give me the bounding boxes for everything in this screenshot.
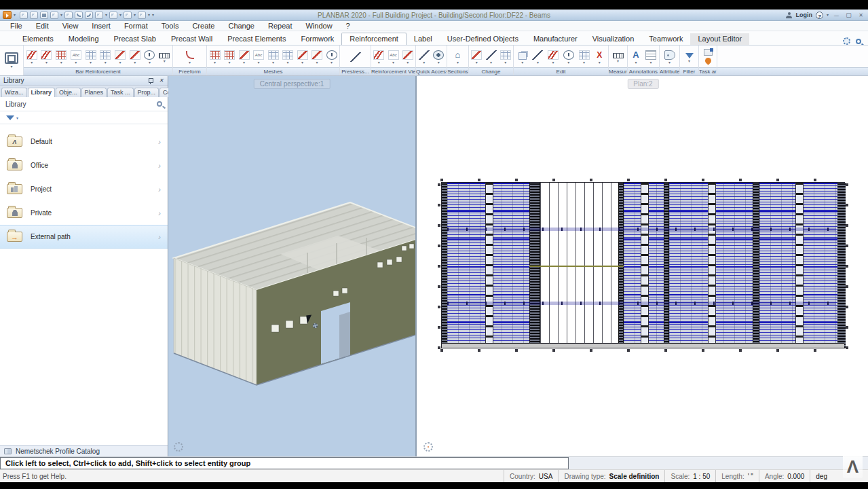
layout-caret-icon[interactable]: ▾ xyxy=(134,12,136,18)
tab-precast-elements[interactable]: Precast Elements xyxy=(220,33,293,45)
tab-planes[interactable]: Planes xyxy=(81,88,107,97)
tools-icon[interactable] xyxy=(138,12,146,19)
minimize-button[interactable] xyxy=(832,10,841,20)
move-icon[interactable] xyxy=(531,50,544,65)
tab-label[interactable]: Label xyxy=(407,33,440,45)
project-structure-icon[interactable] xyxy=(30,12,38,19)
menu-create[interactable]: Create xyxy=(185,22,221,30)
library-item-external-path[interactable]: External path xyxy=(0,225,168,249)
group-label[interactable]: Sections xyxy=(447,67,468,75)
create-section-icon[interactable] xyxy=(451,50,465,65)
mesh-place-icon[interactable] xyxy=(208,50,222,65)
menu-change[interactable]: Change xyxy=(221,22,261,30)
library-search-icon[interactable] xyxy=(157,101,162,107)
refresh-icon[interactable] xyxy=(95,12,103,19)
group-label[interactable]: Prestress... xyxy=(340,67,371,75)
app-menu-caret-icon[interactable]: ▾ xyxy=(14,12,16,18)
render-caret-icon[interactable]: ▾ xyxy=(119,12,121,18)
mesh-edit-icon[interactable] xyxy=(296,50,309,65)
menu-tools[interactable]: Tools xyxy=(155,22,186,30)
reinf-associative-icon[interactable] xyxy=(401,50,415,65)
group-label[interactable]: Bar Reinforcement xyxy=(24,67,172,75)
library-item-project[interactable]: Project xyxy=(0,177,168,201)
help-icon[interactable] xyxy=(816,12,823,19)
match-properties-icon[interactable] xyxy=(485,50,498,65)
viewport-plan[interactable]: Plan:2 xyxy=(418,76,868,456)
tab-modeling[interactable]: Modeling xyxy=(61,33,107,45)
tab-reinforcement[interactable]: Reinforcement xyxy=(341,33,407,45)
freeform-bar-icon[interactable] xyxy=(183,50,197,65)
group-label[interactable]: Reinforcement Views xyxy=(371,67,415,75)
mesh-modify-icon[interactable] xyxy=(310,50,324,65)
open-project-icon[interactable] xyxy=(20,12,28,19)
floor-plan-drawing[interactable] xyxy=(441,182,845,348)
draw-line-icon[interactable] xyxy=(417,50,431,65)
tab-library[interactable]: Library xyxy=(28,88,56,97)
redo-icon[interactable] xyxy=(85,12,93,19)
reinf-section-icon[interactable] xyxy=(387,50,400,65)
group-label[interactable]: Change xyxy=(469,67,513,75)
rotate-icon[interactable] xyxy=(562,50,575,65)
menu-window[interactable]: Window xyxy=(299,22,339,30)
tab-task[interactable]: Task ... xyxy=(107,88,134,97)
tab-wizard[interactable]: Wiza... xyxy=(1,88,27,97)
chevron-right-icon[interactable] xyxy=(158,209,161,217)
filter-funnel-icon[interactable] xyxy=(683,52,696,63)
chevron-right-icon[interactable] xyxy=(158,233,161,241)
menu-edit[interactable]: Edit xyxy=(29,22,56,30)
building-3d-view[interactable] xyxy=(168,76,417,456)
reinf-view-icon[interactable] xyxy=(372,50,385,65)
measure-icon[interactable] xyxy=(611,51,625,63)
navigation-wheel-icon[interactable] xyxy=(423,442,433,452)
derive-elements-button[interactable]: ▾ xyxy=(0,46,24,75)
group-label[interactable]: Edit xyxy=(514,67,608,75)
copy-icon[interactable] xyxy=(516,50,529,65)
pan-zoom-icon[interactable] xyxy=(64,12,73,19)
chevron-right-icon[interactable] xyxy=(158,138,161,146)
mesh-cut-icon[interactable] xyxy=(238,50,251,65)
mesh-list-icon[interactable] xyxy=(281,50,295,65)
tab-precast-wall[interactable]: Precast Wall xyxy=(164,33,220,45)
angle-field[interactable]: Angle: 0.000 xyxy=(759,470,810,482)
library-item-office[interactable]: Office xyxy=(0,153,168,177)
rebar-divide-icon[interactable] xyxy=(128,50,142,65)
text-icon[interactable] xyxy=(629,50,643,65)
settings-gear-icon[interactable] xyxy=(843,37,850,45)
group-label[interactable]: Attributes xyxy=(660,67,679,75)
task-flag-icon[interactable] xyxy=(701,57,715,65)
prestress-strand-icon[interactable] xyxy=(349,52,362,62)
close-button[interactable] xyxy=(856,10,865,20)
chevron-right-icon[interactable] xyxy=(158,162,161,170)
mesh-status-icon[interactable] xyxy=(325,50,339,65)
rebar-status-icon[interactable] xyxy=(143,50,156,65)
refresh-caret-icon[interactable]: ▾ xyxy=(105,12,107,18)
library-footer[interactable]: Nemetschek Profile Catalog xyxy=(0,445,168,456)
length-field[interactable]: Length: ' " xyxy=(715,470,759,482)
help-caret-icon[interactable]: ▾ xyxy=(827,12,829,18)
rebar-label-icon[interactable] xyxy=(69,50,83,65)
tab-teamwork[interactable]: Teamwork xyxy=(641,33,690,45)
viewport-perspective[interactable]: Central perspective:1 xyxy=(168,76,417,456)
login-button[interactable]: Login xyxy=(795,12,812,18)
tab-elements[interactable]: Elements xyxy=(15,33,61,45)
filter-funnel-icon[interactable] xyxy=(6,115,14,120)
render-view-icon[interactable] xyxy=(109,12,117,19)
rebar-place-icon[interactable] xyxy=(25,50,39,65)
country-field[interactable]: Country: USA xyxy=(504,470,558,482)
mesh-schema-icon[interactable] xyxy=(267,50,280,65)
group-label[interactable]: Freeform xyxy=(173,67,206,75)
library-item-private[interactable]: Private xyxy=(0,201,168,225)
rebar-edit-icon[interactable] xyxy=(113,50,127,65)
menu-repeat[interactable]: Repeat xyxy=(261,22,299,30)
edit-caret-icon[interactable]: ▾ xyxy=(60,12,62,18)
mirror-icon[interactable] xyxy=(546,50,560,65)
stirrup-grid-icon[interactable] xyxy=(54,50,68,65)
layout-page-icon[interactable] xyxy=(124,12,132,19)
menu-view[interactable]: View xyxy=(56,22,86,30)
tab-user-defined-objects[interactable]: User-Defined Objects xyxy=(440,33,526,45)
delete-icon[interactable] xyxy=(592,50,606,65)
menu-file[interactable]: File xyxy=(3,22,29,30)
user-icon[interactable] xyxy=(786,12,792,18)
maximize-button[interactable] xyxy=(844,10,853,20)
rebar-ruler-icon[interactable] xyxy=(157,51,171,63)
